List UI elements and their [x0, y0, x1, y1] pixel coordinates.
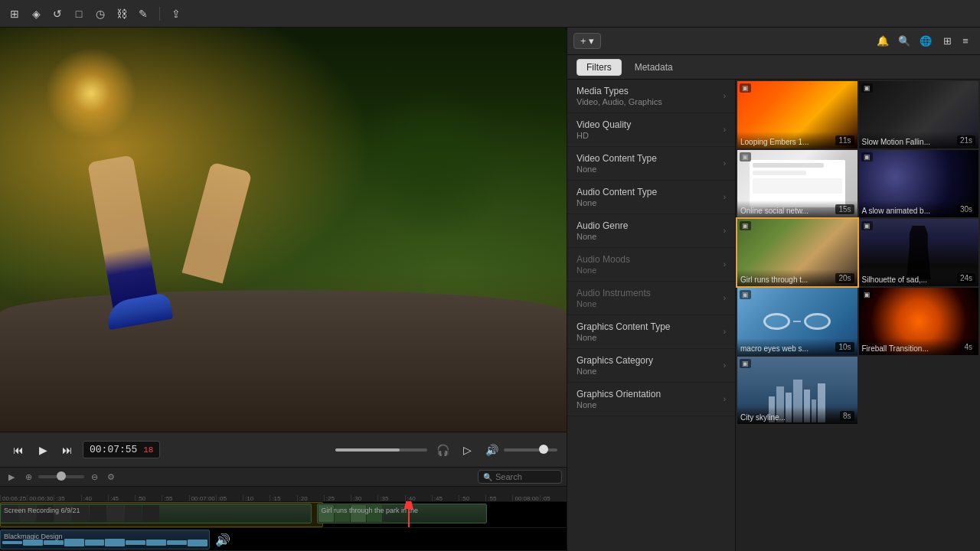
- add-chevron: ▾: [589, 35, 594, 47]
- fast-forward-button[interactable]: ⏭: [58, 441, 77, 459]
- monitor-icon[interactable]: □: [70, 5, 87, 22]
- panel-globe-icon[interactable]: 🌐: [917, 33, 934, 50]
- progress-fill: [335, 448, 400, 452]
- chevron-icon: ›: [724, 92, 726, 100]
- filter-text: Audio Instruments None: [577, 288, 724, 308]
- ruler-mark: :55: [485, 495, 512, 501]
- filter-text: Audio Genre None: [577, 220, 724, 241]
- filter-value-audio-content-type: None: [577, 198, 724, 207]
- timeline-search[interactable]: 🔍: [478, 470, 562, 484]
- media-badge-fireball: ▣: [861, 290, 873, 299]
- eye-icon[interactable]: ◈: [28, 5, 44, 22]
- filter-video-content-type[interactable]: Video Content Type None ›: [567, 147, 735, 181]
- zoom-slider[interactable]: [38, 475, 84, 478]
- ruler-mark: :55: [162, 495, 188, 501]
- panel-search-icon[interactable]: 🔍: [896, 33, 913, 50]
- tl-settings-icon[interactable]: ⚙: [104, 470, 118, 484]
- frame-9: [142, 505, 159, 522]
- media-item-social[interactable]: ▣ 15s Online social netw...: [737, 150, 858, 217]
- chevron-icon: ›: [724, 294, 726, 302]
- playback-speed-icon[interactable]: ▷: [458, 441, 476, 459]
- filter-text: Video Content Type None: [577, 153, 724, 174]
- ruler-mark: 00:08:00: [512, 495, 539, 501]
- filter-graphics-content-type[interactable]: Graphics Content Type None ›: [567, 315, 735, 349]
- speaker-icon[interactable]: 🔊: [482, 441, 501, 459]
- filter-name-video-content-type: Video Content Type: [577, 153, 724, 164]
- list-view-icon[interactable]: ≡: [957, 33, 974, 50]
- filter-graphics-orientation[interactable]: Graphics Orientation None ›: [567, 383, 735, 416]
- tl-zoom-in-icon[interactable]: ⊕: [21, 470, 35, 484]
- wave-4: [64, 539, 84, 547]
- media-item-embers[interactable]: ▣ 11s Looping Embers 1...: [737, 81, 858, 148]
- clip-label-2: Girl runs through the park in the: [321, 507, 418, 514]
- filters-panel: Media Types Video, Audio, Graphics › Vid…: [567, 80, 736, 551]
- media-item-silhouette[interactable]: ▣ 24s Silhouette of sad,...: [859, 219, 979, 286]
- tl-play-icon[interactable]: ▶: [5, 470, 18, 484]
- media-item-fireball[interactable]: ▣ 4s Fireball Transition...: [859, 288, 979, 355]
- rewind-button[interactable]: ⏮: [9, 441, 28, 459]
- volume-slider[interactable]: [504, 448, 557, 452]
- media-title-fireball: Fireball Transition...: [859, 338, 979, 355]
- media-title-runner: Girl runs through t...: [737, 269, 858, 286]
- ruler-mark: :20: [297, 495, 324, 501]
- filter-audio-moods[interactable]: Audio Moods None ›: [567, 248, 735, 282]
- add-button[interactable]: + ▾: [573, 33, 601, 49]
- video-clip-1[interactable]: Screen Recording 6/9/21: [0, 504, 312, 523]
- grid-icon[interactable]: ⊞: [6, 5, 23, 22]
- chevron-icon: ›: [724, 193, 726, 201]
- refresh-icon[interactable]: ↺: [49, 5, 66, 22]
- tab-filters[interactable]: Filters: [577, 59, 622, 76]
- filter-audio-instruments[interactable]: Audio Instruments None ›: [567, 282, 735, 315]
- media-grid-panel: ▣ 11s Looping Embers 1... ▣ 21s Slow Mot…: [736, 80, 980, 551]
- filter-audio-content-type[interactable]: Audio Content Type None ›: [567, 181, 735, 214]
- video-preview: [0, 28, 567, 432]
- filter-text: Graphics Content Type None: [577, 321, 724, 342]
- tab-metadata[interactable]: Metadata: [625, 59, 683, 76]
- share-icon[interactable]: ⇪: [168, 5, 185, 22]
- ruler-mark: :50: [135, 495, 162, 501]
- play-button[interactable]: ▶: [34, 441, 52, 459]
- filter-name-audio-genre: Audio Genre: [577, 220, 724, 231]
- media-item-space[interactable]: ▣ 30s A slow animated b...: [859, 150, 979, 217]
- zoom-thumb: [57, 471, 66, 481]
- search-icon: 🔍: [483, 473, 492, 481]
- media-item-runner[interactable]: ▣ 20s Girl runs through t...: [737, 219, 858, 286]
- wave-3: [44, 540, 64, 545]
- filter-text: Graphics Orientation None: [577, 389, 724, 409]
- filter-name-audio-content-type: Audio Content Type: [577, 187, 724, 197]
- clock-icon[interactable]: ◷: [92, 5, 109, 22]
- media-title-space: A slow animated b...: [859, 201, 979, 217]
- wave-6: [105, 539, 125, 546]
- headphones-icon[interactable]: 🎧: [433, 441, 452, 459]
- media-title-slowmo: Slow Motion Fallin...: [859, 132, 979, 148]
- filter-value-video-content-type: None: [577, 165, 724, 174]
- media-item-glasses[interactable]: ▣ 10s macro eyes web s...: [737, 288, 858, 355]
- timeline-toolbar: ▶ ⊕ ⊖ ⚙ 🔍: [0, 467, 567, 487]
- search-input[interactable]: [495, 472, 557, 481]
- playback-bar: ⏮ ▶ ⏭ 00:07:55 18 🎧 ▷ 🔊: [0, 432, 567, 467]
- filter-video-quality[interactable]: Video Quality HD ›: [567, 113, 735, 147]
- content-area: Media Types Video, Audio, Graphics › Vid…: [567, 80, 980, 551]
- video-clip-2[interactable]: Girl runs through the park in the: [317, 504, 487, 523]
- filter-media-types[interactable]: Media Types Video, Audio, Graphics ›: [567, 80, 735, 113]
- media-title-glasses: macro eyes web s...: [737, 338, 858, 355]
- grid-view-icon[interactable]: ⊞: [939, 33, 956, 50]
- frame-7: [107, 505, 124, 522]
- progress-bar[interactable]: [335, 448, 427, 452]
- audio-clip[interactable]: Blackmagic Design: [0, 530, 210, 549]
- tl-zoom-out-icon[interactable]: ⊖: [87, 470, 101, 484]
- media-item-slowmo[interactable]: ▣ 21s Slow Motion Fallin...: [859, 81, 979, 148]
- media-badge-social: ▣: [740, 152, 751, 161]
- filter-audio-genre[interactable]: Audio Genre None ›: [567, 214, 735, 248]
- link-icon[interactable]: ⛓: [113, 5, 130, 22]
- filter-value-graphics-category: None: [577, 367, 724, 376]
- filter-graphics-category[interactable]: Graphics Category None ›: [567, 349, 735, 383]
- ruler-mark: :15: [270, 495, 296, 501]
- filter-value-media-types: Video, Audio, Graphics: [577, 97, 724, 106]
- media-badge-glasses: ▣: [740, 290, 751, 299]
- pencil-icon[interactable]: ✎: [135, 5, 152, 22]
- media-item-city[interactable]: ▣ 8s City skyline...: [737, 357, 858, 424]
- panel-bell-icon[interactable]: 🔔: [874, 33, 891, 50]
- wave-8: [146, 540, 166, 546]
- ruler-mark: 00:07:00: [189, 495, 216, 501]
